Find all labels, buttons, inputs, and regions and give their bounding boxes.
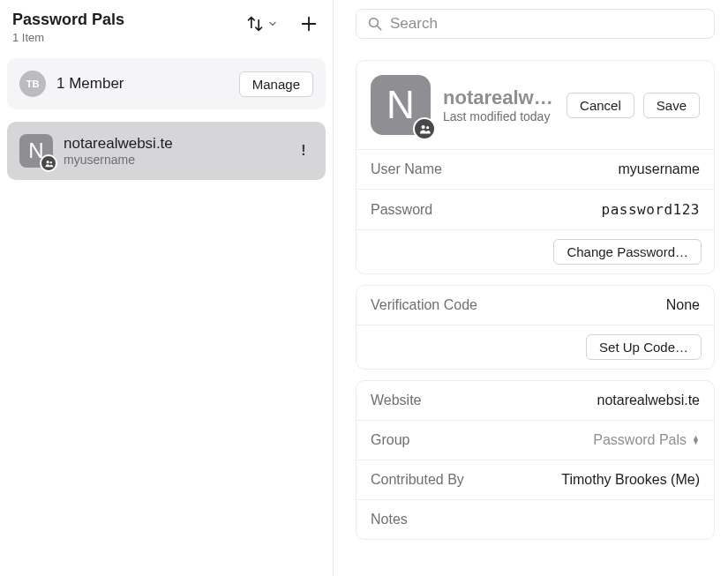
username-label: User Name xyxy=(371,161,442,177)
sidebar-title-block: Password Pals 1 Item xyxy=(12,11,244,44)
plus-icon xyxy=(299,14,319,34)
entry-title-block: notarealwebsi Last modified today xyxy=(443,86,554,123)
username-row[interactable]: User Name myusername xyxy=(356,149,714,189)
member-avatar: TB xyxy=(19,71,46,97)
site-tile: N xyxy=(19,134,53,168)
website-value: notarealwebsi.te xyxy=(597,393,700,408)
sidebar-actions xyxy=(244,12,320,35)
entry-subtitle: Last modified today xyxy=(443,109,554,123)
sort-button[interactable] xyxy=(244,13,280,34)
username-value: myusername xyxy=(619,161,700,177)
entry-tile: N xyxy=(371,75,431,135)
manage-button[interactable]: Manage xyxy=(239,71,313,97)
people-icon xyxy=(418,123,432,136)
setup-code-row: Set Up Code… xyxy=(356,325,714,369)
list-item-subtitle: myusername xyxy=(64,153,283,167)
group-value: Password Pals xyxy=(593,432,687,448)
shared-badge-large xyxy=(413,117,436,140)
password-list-item[interactable]: N notarealwebsi.te myusername ! xyxy=(7,122,326,180)
website-label: Website xyxy=(371,393,422,408)
notes-row[interactable]: Notes xyxy=(356,499,714,539)
members-card[interactable]: TB 1 Member Manage xyxy=(7,58,326,109)
shared-badge xyxy=(40,154,57,172)
svg-point-3 xyxy=(421,124,424,128)
members-label: 1 Member xyxy=(56,75,229,93)
verification-panel: Verification Code None Set Up Code… xyxy=(356,285,715,370)
sort-icon xyxy=(246,15,264,33)
entry-tile-letter: N xyxy=(387,83,415,127)
password-value: password123 xyxy=(602,201,700,218)
sidebar-header: Password Pals 1 Item xyxy=(0,5,333,55)
list-item-text: notarealwebsi.te myusername xyxy=(64,135,283,167)
contributed-row: Contributed By Timothy Brookes (Me) xyxy=(356,460,714,499)
chevron-updown-icon: ▲▼ xyxy=(692,436,700,445)
password-row[interactable]: Password password123 xyxy=(356,189,714,229)
entry-actions: Cancel Save xyxy=(567,93,700,118)
notes-label: Notes xyxy=(371,512,408,527)
sidebar: Password Pals 1 Item TB 1 Member M xyxy=(0,0,334,576)
search-icon xyxy=(367,16,383,32)
entry-title: notarealwebsi xyxy=(443,86,554,109)
entry-panel: N notarealwebsi Last modified today Canc… xyxy=(356,60,715,274)
svg-point-0 xyxy=(46,161,49,163)
svg-point-1 xyxy=(49,161,51,162)
change-password-button[interactable]: Change Password… xyxy=(553,239,702,265)
chevron-down-icon xyxy=(267,19,278,29)
website-row[interactable]: Website notarealwebsi.te xyxy=(356,381,714,420)
detail-pane: N notarealwebsi Last modified today Canc… xyxy=(334,0,728,576)
verification-label: Verification Code xyxy=(371,297,477,313)
people-icon xyxy=(44,159,54,168)
password-label: Password xyxy=(371,202,432,218)
cancel-button[interactable]: Cancel xyxy=(567,93,634,118)
warning-icon: ! xyxy=(294,141,313,161)
list-item-title: notarealwebsi.te xyxy=(64,135,283,153)
contributed-value: Timothy Brookes (Me) xyxy=(561,472,700,488)
group-row[interactable]: Group Password Pals ▲▼ xyxy=(356,420,714,460)
meta-panel: Website notarealwebsi.te Group Password … xyxy=(356,380,715,540)
contributed-label: Contributed By xyxy=(371,472,464,488)
verification-value: None xyxy=(666,297,700,313)
sidebar-title: Password Pals xyxy=(12,11,244,29)
verification-row[interactable]: Verification Code None xyxy=(356,286,714,325)
setup-code-button[interactable]: Set Up Code… xyxy=(586,334,702,360)
sidebar-subtitle: 1 Item xyxy=(12,31,244,44)
add-button[interactable] xyxy=(297,12,320,35)
entry-header: N notarealwebsi Last modified today Canc… xyxy=(356,61,714,149)
search-field[interactable] xyxy=(356,9,715,39)
group-label: Group xyxy=(371,432,409,448)
svg-point-4 xyxy=(426,126,429,129)
change-password-row: Change Password… xyxy=(356,229,714,273)
group-select[interactable]: Password Pals ▲▼ xyxy=(593,432,700,448)
search-input[interactable] xyxy=(390,15,703,33)
save-button[interactable]: Save xyxy=(643,93,700,118)
